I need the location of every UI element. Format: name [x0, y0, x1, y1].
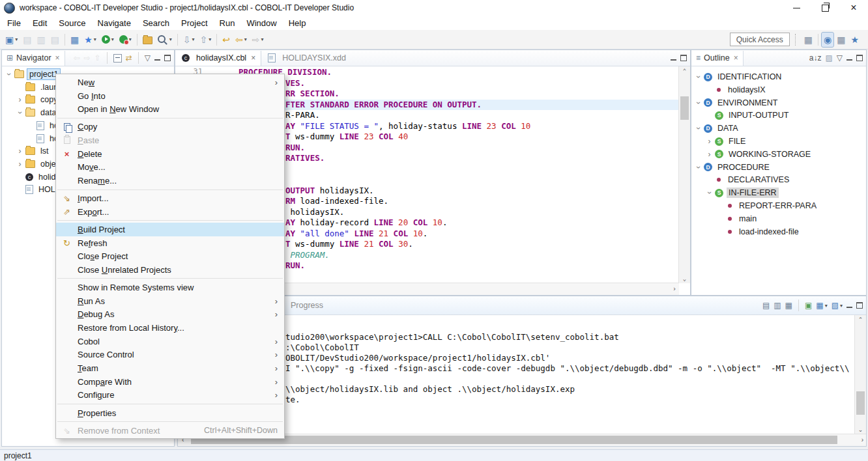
scroll-up-icon[interactable]: ⌃ [855, 316, 866, 323]
menu-item-restore-from-local-history[interactable]: Restore from Local History... [56, 321, 284, 335]
prev-annotation-button[interactable]: ⇧▾ [198, 33, 214, 47]
menu-item-close-unrelated-projects[interactable]: Close Unrelated Projects [56, 263, 284, 277]
tree-item-procedure[interactable]: ›PROCEDURE [691, 161, 866, 174]
expand-arrow-icon[interactable]: › [16, 147, 24, 156]
menu-item-configure[interactable]: Configure› [56, 389, 284, 402]
next-annotation-button[interactable]: ⇩▾ [181, 33, 197, 47]
menu-item-close-project[interactable]: Close Project [56, 249, 284, 263]
scroll-down-icon[interactable]: ⌄ [679, 275, 690, 282]
menu-item-copy[interactable]: Copy [56, 120, 284, 133]
menu-window[interactable]: Window [240, 16, 282, 30]
pin-console-button[interactable]: ▣ [804, 300, 813, 311]
menu-navigate[interactable]: Navigate [92, 16, 137, 30]
scrollbar-thumb[interactable] [680, 96, 689, 120]
menu-item-move[interactable]: Move... [56, 161, 284, 175]
word-wrap-button[interactable]: ▦ [785, 300, 793, 311]
collapse-all-button[interactable] [113, 52, 123, 64]
close-icon[interactable]: × [734, 53, 738, 63]
menu-file[interactable]: File [1, 16, 27, 30]
link-with-editor-button[interactable]: ⇄ [125, 52, 133, 64]
profile-coverage-button[interactable]: ▾ [117, 33, 134, 47]
tree-item-data[interactable]: ›DATA [691, 122, 866, 135]
open-cobol-resource-button[interactable] [141, 33, 154, 47]
sort-button[interactable]: a↓z [809, 52, 822, 64]
tree-item-report-err-para[interactable]: REPORT-ERR-PARA [691, 199, 866, 212]
tree-item-environment[interactable]: ›ENVIRONMENT [691, 96, 866, 109]
minimize-button[interactable] [670, 52, 677, 64]
collapse-arrow-icon[interactable]: › [16, 109, 25, 117]
expand-arrow-icon[interactable]: › [705, 137, 714, 146]
tab-navigator[interactable]: ⊞ Navigator × [2, 51, 65, 66]
tree-item-input-output[interactable]: INPUT-OUTPUT [691, 109, 866, 122]
open-perspective-button[interactable]: ▦ [802, 33, 815, 47]
menu-item-show-in-remote-systems-view[interactable]: Show in Remote Systems view [56, 281, 284, 294]
menu-item-cobol[interactable]: Cobol› [56, 335, 284, 348]
menu-item-delete[interactable]: ×Delete [56, 147, 284, 161]
run-button[interactable]: ▾ [100, 33, 116, 47]
collapse-arrow-icon[interactable]: › [694, 163, 703, 171]
menu-item-export[interactable]: ⇗Export... [56, 205, 284, 219]
tree-item-file[interactable]: ›FILE [691, 135, 866, 148]
menu-item-go-into[interactable]: Go Into [56, 89, 284, 103]
menu-project[interactable]: Project [175, 16, 213, 30]
scrollbar-thumb[interactable] [856, 391, 865, 415]
scrollbar-thumb[interactable] [191, 436, 837, 444]
tree-item-load-indexed-file[interactable]: load-indexed-file [691, 225, 866, 238]
restore-window-button[interactable] [811, 0, 839, 16]
tree-item-main[interactable]: main [691, 212, 866, 225]
close-icon[interactable]: × [251, 53, 255, 63]
console-vertical-scrollbar[interactable]: ⌃ ⌄ [854, 315, 866, 434]
menu-source[interactable]: Source [53, 16, 91, 30]
menu-item-new[interactable]: New› [56, 76, 284, 89]
editor-vertical-scrollbar[interactable]: ⌃ ⌄ [678, 66, 690, 283]
expand-arrow-icon[interactable]: › [705, 150, 714, 159]
expand-arrow-icon[interactable]: › [16, 95, 24, 104]
menu-run[interactable]: Run [214, 16, 241, 30]
tree-item-in-file-err[interactable]: ›IN-FILE-ERR [691, 186, 866, 199]
collapse-arrow-icon[interactable]: › [705, 189, 714, 197]
tab-progress[interactable]: Progress [285, 296, 328, 314]
tree-item-holidaysix[interactable]: holidaysIX [691, 83, 866, 96]
menu-item-import[interactable]: ⇘Import... [56, 191, 284, 205]
filter-button[interactable]: ▨ [824, 52, 833, 64]
view-menu-button[interactable]: ▽ [144, 52, 151, 64]
tab-outline[interactable]: ≡ Outline × [691, 51, 744, 66]
back-button[interactable]: ⇦▾ [233, 33, 249, 47]
open-console-button[interactable]: ▧▾ [831, 300, 843, 311]
forward-button[interactable]: ⇨▾ [250, 33, 266, 47]
tree-item-working-storage[interactable]: ›WORKING-STORAGE [691, 148, 866, 161]
minimize-button[interactable] [846, 300, 853, 311]
collapse-arrow-icon[interactable]: › [5, 70, 14, 79]
menu-help[interactable]: Help [283, 16, 312, 30]
scroll-lock-button[interactable]: ▥ [773, 300, 781, 311]
perspective-cobol-button[interactable]: ◉ [822, 33, 833, 47]
maximize-button[interactable] [856, 52, 863, 64]
menu-item-debug-as[interactable]: Debug As› [56, 308, 284, 322]
debug-button[interactable]: ★▾ [82, 33, 98, 47]
menu-edit[interactable]: Edit [27, 16, 53, 30]
menu-search[interactable]: Search [137, 16, 175, 30]
expand-arrow-icon[interactable]: › [16, 160, 24, 169]
new-button[interactable]: ▣▾ [3, 33, 20, 47]
menu-item-run-as[interactable]: Run As› [56, 294, 284, 308]
menu-item-rename[interactable]: Rename... [56, 174, 284, 188]
collapse-arrow-icon[interactable]: › [694, 98, 703, 107]
menu-item-source-control[interactable]: Source Control› [56, 348, 284, 362]
menu-item-refresh[interactable]: ↻Refresh [56, 236, 284, 250]
scroll-right-icon[interactable]: › [861, 436, 863, 443]
menu-item-properties[interactable]: Properties [56, 406, 284, 420]
last-edit-location-button[interactable]: ↩ [220, 33, 232, 47]
tree-item-identification[interactable]: ›IDENTIFICATION [691, 70, 866, 83]
close-window-button[interactable]: × [839, 0, 868, 16]
perspective-resource-button[interactable]: ▦ [835, 33, 847, 47]
collapse-arrow-icon[interactable]: › [694, 73, 703, 81]
terminal-button[interactable]: ▦ [68, 33, 81, 47]
menu-item-build-project[interactable]: Build Project [56, 223, 284, 236]
display-console-button[interactable]: ▦▾ [815, 300, 828, 311]
perspective-debug-button[interactable]: ★ [848, 33, 861, 47]
clear-console-button[interactable]: ▤ [762, 300, 770, 311]
quick-access-input[interactable]: Quick Access [730, 33, 790, 46]
scroll-up-icon[interactable]: ⌃ [679, 68, 690, 74]
maximize-button[interactable] [856, 300, 863, 311]
maximize-button[interactable] [164, 52, 171, 64]
